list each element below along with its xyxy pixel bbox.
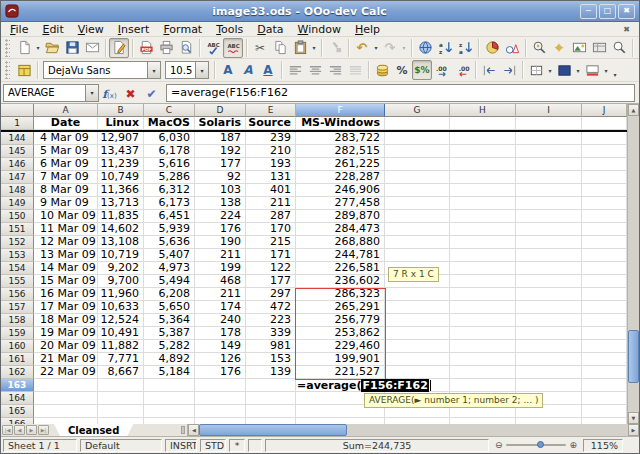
cell-F160[interactable]: 229,460 — [296, 340, 385, 353]
scroll-up-button[interactable]: ▲ — [628, 104, 639, 116]
cell-A163[interactable] — [34, 379, 98, 392]
cell-I149[interactable] — [516, 197, 582, 210]
cell-B150[interactable]: 11,835 — [98, 210, 144, 223]
export-pdf-button[interactable]: PDF — [136, 38, 156, 58]
menu-data[interactable]: Data — [250, 22, 290, 37]
zoom-out-button[interactable]: ⊖ — [495, 441, 503, 450]
cell-I147[interactable] — [516, 171, 582, 184]
row-header-144[interactable]: 144 — [1, 132, 34, 145]
cell-J153[interactable] — [582, 249, 627, 262]
cell-C144[interactable]: 6,030 — [144, 132, 195, 145]
align-center-button[interactable] — [305, 60, 325, 80]
cell-J151[interactable] — [582, 223, 627, 236]
cell-A158[interactable]: 18 Mar 09 — [34, 314, 98, 327]
cell-B164[interactable] — [98, 392, 144, 405]
cell-E164[interactable] — [246, 392, 296, 405]
cell-I146[interactable] — [516, 158, 582, 171]
cell-A147[interactable]: 7 Mar 09 — [34, 171, 98, 184]
cell-I160[interactable] — [516, 340, 582, 353]
cell-F151[interactable]: 284,473 — [296, 223, 385, 236]
cell-I158[interactable] — [516, 314, 582, 327]
close-button[interactable]: ✖ — [618, 4, 635, 19]
sheet-tab-cleansed[interactable]: Cleansed — [54, 424, 133, 436]
cell-C165[interactable] — [144, 405, 195, 418]
scroll-left-button[interactable]: ◀ — [188, 424, 199, 436]
cell-B146[interactable]: 11,239 — [98, 158, 144, 171]
row-header-163[interactable]: 163 — [1, 379, 34, 392]
align-right-button[interactable] — [325, 60, 345, 80]
cell-E157[interactable]: 472 — [246, 301, 296, 314]
cell-C163[interactable] — [144, 379, 195, 392]
cell-A160[interactable]: 20 Mar 09 — [34, 340, 98, 353]
vertical-scrollbar-thumb[interactable] — [628, 330, 639, 383]
hyperlink-button[interactable] — [415, 38, 435, 58]
cell-I148[interactable] — [516, 184, 582, 197]
column-header-G[interactable]: G — [385, 104, 450, 117]
cell-E154[interactable]: 122 — [246, 262, 296, 275]
cell-F159[interactable]: 253,862 — [296, 327, 385, 340]
decrease-indent-button[interactable] — [479, 60, 499, 80]
column-header-B[interactable]: B — [98, 104, 144, 117]
cell-D159[interactable]: 178 — [195, 327, 246, 340]
cell-J161[interactable] — [582, 353, 627, 366]
cell-D152[interactable]: 190 — [195, 236, 246, 249]
cell-F145[interactable]: 282,515 — [296, 145, 385, 158]
row-header-157[interactable]: 157 — [1, 301, 34, 314]
zoom-button[interactable] — [609, 38, 629, 58]
cell-H155[interactable] — [450, 275, 516, 288]
new-document-button[interactable] — [14, 38, 34, 58]
tab-scrollbar-splitter[interactable] — [181, 426, 185, 434]
title-bar[interactable]: image33.ods - OOo-dev Calc ─ □ ✖ — [1, 1, 639, 22]
cell-H159[interactable] — [450, 327, 516, 340]
increase-indent-button[interactable] — [499, 60, 519, 80]
cell-F154[interactable]: 226,581 — [296, 262, 385, 275]
column-header-I[interactable]: I — [516, 104, 582, 117]
cell-H162[interactable] — [450, 366, 516, 379]
cell-F147[interactable]: 228,287 — [296, 171, 385, 184]
border-color-dropdown-button[interactable]: ▾ — [602, 60, 610, 80]
cell-G150[interactable] — [385, 210, 450, 223]
cell-C153[interactable]: 5,407 — [144, 249, 195, 262]
cell-D146[interactable]: 177 — [195, 158, 246, 171]
horizontal-scrollbar[interactable]: ◀ ▶ — [187, 424, 639, 436]
cell-I155[interactable] — [516, 275, 582, 288]
cell-H163[interactable] — [450, 379, 516, 392]
copy-button[interactable] — [270, 38, 290, 58]
new-document-dropdown-button[interactable]: ▾ — [34, 38, 42, 58]
edit-file-button[interactable] — [109, 38, 129, 58]
cell-F149[interactable]: 277,458 — [296, 197, 385, 210]
italic-button[interactable]: A — [238, 60, 258, 80]
sort-ascending-button[interactable]: az — [435, 38, 455, 58]
cell-E150[interactable]: 287 — [246, 210, 296, 223]
cell-B163[interactable] — [98, 379, 144, 392]
zoom-in-button[interactable]: ⊕ — [569, 441, 577, 450]
cell-B149[interactable]: 13,713 — [98, 197, 144, 210]
cell-E160[interactable]: 981 — [246, 340, 296, 353]
previous-sheet-button[interactable]: ◀ — [14, 425, 25, 435]
cell-J157[interactable] — [582, 301, 627, 314]
cell-B154[interactable]: 9,202 — [98, 262, 144, 275]
cell-E145[interactable]: 210 — [246, 145, 296, 158]
cell-F158[interactable]: 256,779 — [296, 314, 385, 327]
cell-C1[interactable]: MacOS — [144, 117, 195, 130]
close-document-button[interactable]: ✖ — [623, 25, 637, 34]
cell-B155[interactable]: 9,700 — [98, 275, 144, 288]
draw-functions-button[interactable] — [502, 38, 522, 58]
accept-button[interactable]: ✔ — [142, 84, 161, 102]
row-header-145[interactable]: 145 — [1, 145, 34, 158]
cell-B161[interactable]: 7,771 — [98, 353, 144, 366]
cell-H160[interactable] — [450, 340, 516, 353]
cell-A161[interactable]: 21 Mar 09 — [34, 353, 98, 366]
cell-D157[interactable]: 174 — [195, 301, 246, 314]
cell-B162[interactable]: 8,667 — [98, 366, 144, 379]
select-all-corner[interactable] — [1, 104, 34, 117]
cell-E158[interactable]: 223 — [246, 314, 296, 327]
borders-dropdown-button[interactable]: ▾ — [546, 60, 554, 80]
menu-window[interactable]: Window — [291, 22, 348, 37]
cell-B147[interactable]: 10,749 — [98, 171, 144, 184]
cell-C162[interactable]: 5,184 — [144, 366, 195, 379]
cell-G153[interactable] — [385, 249, 450, 262]
column-header-A[interactable]: A — [34, 104, 98, 117]
cell-J146[interactable] — [582, 158, 627, 171]
add-decimal-button[interactable]: .00 — [432, 60, 452, 80]
